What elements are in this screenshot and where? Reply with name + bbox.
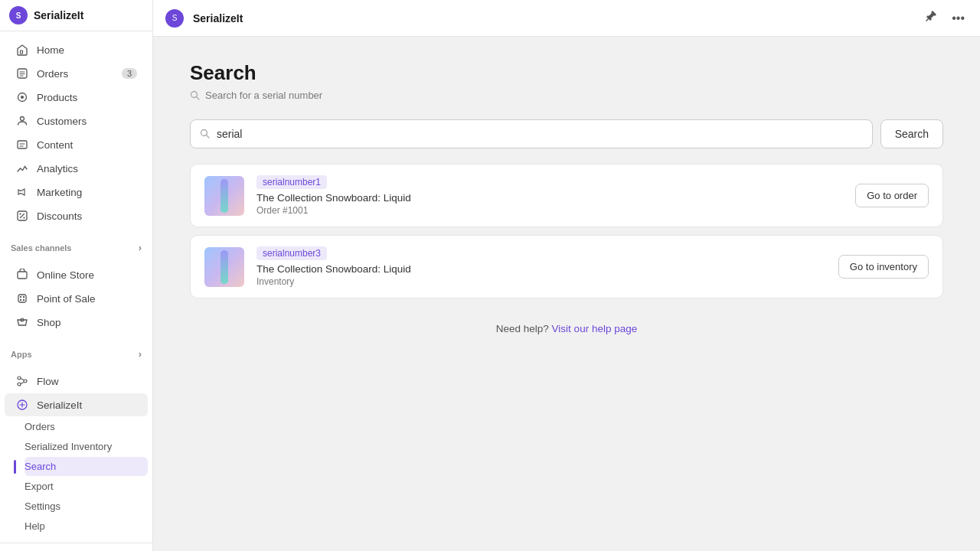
svg-rect-11	[23, 296, 24, 298]
topbar-title: SerializeIt	[193, 12, 243, 24]
point-of-sale-icon	[15, 292, 29, 305]
topbar-actions: •••	[921, 7, 968, 30]
sales-channels-section: Sales channels ›	[0, 234, 152, 256]
svg-rect-12	[23, 299, 24, 301]
sub-nav-orders[interactable]: Orders	[24, 417, 148, 436]
result-action-1: Go to inventory	[838, 255, 929, 279]
serializeit-nav-icon	[15, 398, 29, 412]
serializeit-sub-nav: Orders Serialized Inventory Search Expor…	[0, 417, 152, 536]
sidebar-item-online-store[interactable]: Online Store	[5, 263, 148, 286]
sidebar-item-shop[interactable]: Shop	[5, 311, 148, 334]
sub-nav-search[interactable]: Search	[24, 457, 148, 476]
search-input[interactable]	[217, 128, 863, 140]
main-nav: Home Orders 3 Products Customers	[0, 31, 152, 234]
sidebar-item-marketing[interactable]: Marketing	[5, 181, 148, 204]
subtitle-text: Search for a serial number	[205, 90, 322, 101]
sidebar-item-orders-label: Orders	[37, 68, 68, 80]
result-info-0: serialnumber1 The Collection Snowboard: …	[256, 175, 843, 216]
result-card-1: serialnumber3 The Collection Snowboard: …	[190, 235, 943, 298]
svg-rect-9	[20, 296, 21, 298]
sub-nav-help[interactable]: Help	[24, 517, 148, 536]
subtitle-search-icon	[190, 90, 201, 101]
sub-nav-export[interactable]: Export	[24, 477, 148, 496]
sidebar-item-customers-label: Customers	[37, 116, 87, 127]
serial-badge-1: serialnumber3	[256, 246, 327, 260]
sidebar-item-orders[interactable]: Orders 3	[5, 62, 148, 85]
flow-icon	[15, 374, 29, 388]
orders-badge: 3	[122, 68, 137, 79]
search-input-icon	[200, 129, 211, 139]
sub-nav-settings-label: Settings	[24, 500, 60, 512]
sidebar-item-discounts[interactable]: Discounts	[5, 204, 148, 227]
result-info-1: serialnumber3 The Collection Snowboard: …	[256, 246, 826, 287]
svg-rect-24	[220, 250, 228, 284]
svg-point-15	[24, 380, 27, 383]
svg-rect-7	[18, 272, 27, 279]
search-bar-row: Search	[190, 119, 943, 148]
home-icon	[15, 43, 29, 57]
products-icon	[15, 90, 29, 104]
svg-point-20	[201, 130, 207, 136]
sub-nav-help-label: Help	[24, 520, 45, 532]
help-link[interactable]: Visit our help page	[552, 323, 638, 334]
result-meta-1: Inventory	[256, 276, 826, 287]
app-name: SerializeIt	[34, 9, 83, 21]
svg-point-16	[18, 383, 21, 386]
search-button[interactable]: Search	[880, 119, 943, 148]
sidebar-item-products[interactable]: Products	[5, 86, 148, 109]
sidebar-item-content[interactable]: Content	[5, 133, 148, 156]
sidebar-item-shop-label: Shop	[37, 317, 61, 328]
apps-section: Apps ›	[0, 341, 152, 363]
more-button[interactable]: •••	[949, 8, 968, 28]
sidebar-item-home[interactable]: Home	[5, 38, 148, 61]
sidebar-item-point-of-sale-label: Point of Sale	[37, 293, 96, 305]
sidebar-bottom: Settings Developer Console ℹ Non-transfe…	[0, 543, 152, 551]
search-input-wrap	[190, 119, 873, 148]
sidebar-item-content-label: Content	[37, 139, 73, 151]
sidebar-item-flow[interactable]: Flow	[5, 370, 148, 393]
sidebar-item-online-store-label: Online Store	[37, 269, 94, 281]
sidebar-header: S SerializeIt	[0, 0, 152, 31]
customers-icon	[15, 114, 29, 128]
sidebar-item-home-label: Home	[37, 44, 64, 56]
result-product-1: The Collection Snowboard: Liquid	[256, 263, 826, 275]
sidebar-item-analytics[interactable]: Analytics	[5, 157, 148, 180]
sub-nav-orders-label: Orders	[24, 421, 55, 432]
sidebar-item-serializeit[interactable]: SerializeIt	[5, 393, 148, 416]
app-icon: S	[9, 6, 28, 24]
apps-nav: Flow SerializeIt Orders Serialized Inven…	[0, 363, 152, 543]
sidebar-item-marketing-label: Marketing	[37, 187, 82, 198]
snowboard-svg-1	[213, 249, 236, 285]
svg-point-4	[21, 117, 24, 121]
sidebar-item-point-of-sale[interactable]: Point of Sale	[5, 287, 148, 310]
sub-nav-export-label: Export	[24, 481, 54, 492]
sidebar-item-customers[interactable]: Customers	[5, 109, 148, 132]
page-title: Search	[190, 61, 943, 85]
help-text: Need help?	[496, 323, 549, 334]
online-store-icon	[15, 268, 29, 282]
content-area: Search Search for a serial number Search	[153, 37, 980, 551]
more-icon: •••	[952, 11, 965, 24]
orders-icon	[15, 67, 29, 80]
result-product-0: The Collection Snowboard: Liquid	[256, 192, 843, 204]
svg-point-3	[21, 96, 24, 99]
sales-channels-expand-icon[interactable]: ›	[139, 242, 142, 253]
pin-button[interactable]	[921, 7, 941, 30]
page-subtitle: Search for a serial number	[190, 90, 943, 101]
svg-rect-5	[18, 141, 27, 148]
svg-rect-8	[18, 295, 26, 302]
sidebar-item-products-label: Products	[37, 92, 77, 103]
sub-nav-serialized-inventory[interactable]: Serialized Inventory	[24, 437, 148, 456]
go-to-inventory-button[interactable]: Go to inventory	[838, 255, 929, 279]
product-image-0	[204, 176, 244, 216]
go-to-order-button[interactable]: Go to order	[855, 184, 929, 207]
svg-rect-22	[220, 179, 228, 213]
content-icon	[15, 138, 29, 152]
apps-expand-icon[interactable]: ›	[139, 348, 142, 360]
shop-icon	[15, 315, 29, 329]
sub-nav-settings[interactable]: Settings	[24, 497, 148, 516]
serial-badge-0: serialnumber1	[256, 175, 327, 189]
result-action-0: Go to order	[855, 184, 929, 207]
sub-nav-serialized-inventory-label: Serialized Inventory	[24, 441, 112, 452]
result-card-0: serialnumber1 The Collection Snowboard: …	[190, 164, 943, 227]
